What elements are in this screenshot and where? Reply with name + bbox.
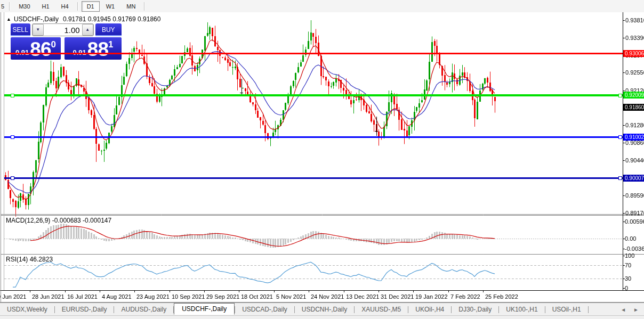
symbol-header: ▲USDCHF-,Daily0.91781 0.91945 0.91769 0.… bbox=[6, 15, 160, 23]
rsi-value: 46.2823 bbox=[30, 256, 53, 263]
hline-price-tag-0.93006: 0.93006 bbox=[623, 50, 644, 57]
clipped-timeframe-label[interactable]: 5 bbox=[0, 3, 6, 10]
macd-values: -0.000683 -0.000147 bbox=[52, 217, 111, 224]
macd-name: MACD(12,26,9) bbox=[6, 217, 50, 224]
line-handle-left-0.91002[interactable] bbox=[11, 135, 14, 139]
rsi-axis-label: 100 bbox=[625, 252, 634, 259]
price-tick-label: 0.93390 bbox=[625, 35, 644, 41]
toolbar-separator bbox=[144, 2, 145, 11]
hline-price-tag-0.92009: 0.92009 bbox=[623, 92, 644, 99]
rsi-axis-label: 30 bbox=[625, 275, 631, 282]
hline-price-tag-0.90007: 0.90007 bbox=[623, 175, 644, 182]
tab-scroll-right-button[interactable]: ► bbox=[633, 307, 639, 313]
macd-axis-label: -0.00366 bbox=[625, 246, 644, 252]
tab-usdchf-daily[interactable]: USDCHF-,Daily bbox=[174, 303, 235, 315]
line-handle-right-0.92009[interactable] bbox=[618, 94, 622, 97]
trading-platform: 5 M30H1H4D1W1MN ▲USDCHF-,Daily0.91781 0.… bbox=[0, 0, 644, 319]
line-handle-left-0.90007[interactable] bbox=[11, 176, 14, 180]
rsi-name: RSI(14) bbox=[6, 256, 28, 263]
collapse-arrow-icon[interactable]: ▲ bbox=[6, 17, 11, 22]
line-handle-right-0.90007[interactable] bbox=[618, 176, 622, 180]
buy-price-big-digits: 88 bbox=[87, 40, 108, 59]
buy-button[interactable]: BUY bbox=[95, 23, 122, 36]
tab-usdcad-daily[interactable]: USDCAD-,Daily bbox=[235, 304, 294, 315]
tab-xauusd-m5[interactable]: XAUUSD-,M5 bbox=[355, 304, 408, 315]
sell-button[interactable]: SELL bbox=[11, 23, 30, 36]
macd-axis-label: 0.005963 bbox=[625, 218, 644, 225]
tab-audusd-daily[interactable]: AUDUSD-,Daily bbox=[114, 304, 173, 315]
timeframe-toolbar: 5 M30H1H4D1W1MN bbox=[0, 0, 644, 13]
horizontal-line-0.90007[interactable] bbox=[4, 177, 623, 179]
date-axis-label: 5 Nov 2021 bbox=[276, 293, 306, 300]
tab-scroll-left-button[interactable]: ◄ bbox=[621, 307, 626, 313]
date-axis-label: 7 Feb 2022 bbox=[450, 293, 480, 300]
tab-usdcnh-daily[interactable]: USDCNH-,Daily bbox=[295, 304, 354, 315]
volume-stepper: ▼ ▲ bbox=[32, 23, 94, 36]
horizontal-line-0.92009[interactable] bbox=[4, 94, 623, 96]
macd-axis-label: 0.00 bbox=[625, 235, 636, 242]
line-handle-right-0.91002[interactable] bbox=[618, 135, 622, 139]
date-axis-label: 18 Oct 2021 bbox=[241, 293, 273, 300]
date-axis-label: 31 Dec 2021 bbox=[381, 293, 414, 300]
rsi-axis-label: 0 bbox=[625, 285, 628, 291]
current-price-tag: 0.91860 bbox=[623, 104, 644, 111]
chart-window: ▲USDCHF-,Daily0.91781 0.91945 0.91769 0.… bbox=[0, 12, 644, 302]
timeframe-button-H1[interactable]: H1 bbox=[37, 1, 55, 12]
date-axis-label: 24 Nov 2021 bbox=[311, 293, 344, 300]
volume-increase-button[interactable]: ▲ bbox=[82, 24, 93, 36]
date-axis-label: 16 Jul 2021 bbox=[67, 293, 98, 300]
horizontal-line-0.91002[interactable] bbox=[4, 136, 623, 138]
tab-separator bbox=[588, 306, 589, 313]
price-tick-label: 0.91280 bbox=[625, 122, 644, 128]
date-axis-label: 19 Jan 2022 bbox=[415, 293, 448, 300]
date-axis-label: 13 Dec 2021 bbox=[346, 293, 379, 300]
rsi-axis-label: 70 bbox=[625, 262, 631, 268]
date-axis-label: 23 Aug 2021 bbox=[136, 293, 170, 300]
price-tick-label: 0.89170 bbox=[625, 210, 644, 216]
timeframe-button-W1[interactable]: W1 bbox=[101, 1, 120, 12]
tab-uk100-h1[interactable]: UK100-,H1 bbox=[499, 304, 544, 315]
timeframe-button-H4[interactable]: H4 bbox=[56, 1, 74, 12]
sell-price-big-digits: 86 bbox=[30, 40, 51, 59]
symbol-ohlc-values: 0.91781 0.91945 0.91769 0.91860 bbox=[63, 15, 161, 23]
toolbar-separator bbox=[9, 2, 10, 11]
buy-price-display[interactable]: 0.91 88 1 bbox=[65, 37, 122, 60]
timeframe-button-D1[interactable]: D1 bbox=[82, 1, 100, 12]
chevron-down-icon: ▼ bbox=[36, 27, 40, 32]
date-axis-label: 4 Aug 2021 bbox=[102, 293, 132, 300]
chart-tab-bar: USDX,WeeklyEURUSD-,DailyAUDUSD-,DailyUSD… bbox=[0, 302, 644, 316]
tab-scroll-arrows: ◄ ► bbox=[621, 307, 639, 313]
tab-dj30-daily[interactable]: DJ30-,Daily bbox=[452, 304, 498, 315]
volume-input[interactable] bbox=[44, 24, 82, 36]
sell-price-display[interactable]: 0.91 86 0 bbox=[11, 37, 61, 60]
tab-usdx-weekly[interactable]: USDX,Weekly bbox=[0, 304, 54, 315]
hline-price-tag-0.91002: 0.91002 bbox=[623, 134, 644, 141]
date-axis-label: 9 Jun 2021 bbox=[0, 293, 26, 300]
date-axis-label: 28 Jun 2021 bbox=[32, 293, 65, 300]
date-axis-label: 25 Feb 2022 bbox=[485, 293, 518, 300]
price-tick-label: 0.89590 bbox=[625, 192, 644, 199]
price-tick-label: 0.93810 bbox=[625, 17, 644, 23]
sell-price-pipette: 0 bbox=[51, 39, 56, 50]
volume-decrease-button[interactable]: ▼ bbox=[33, 24, 44, 36]
symbol-title: USDCHF-,Daily bbox=[14, 15, 59, 23]
date-axis-label: 29 Sep 2021 bbox=[206, 293, 239, 300]
tab-usoil-h1[interactable]: USOil-,H1 bbox=[545, 304, 588, 315]
status-strip bbox=[0, 315, 644, 319]
timeframe-button-MN[interactable]: MN bbox=[121, 1, 141, 12]
price-tick-label: 0.90440 bbox=[625, 157, 644, 163]
tab-ukoil-h4[interactable]: UKOil-,H4 bbox=[408, 304, 451, 315]
tab-eurusd-daily[interactable]: EURUSD-,Daily bbox=[55, 304, 114, 315]
timeframe-button-M30[interactable]: M30 bbox=[13, 1, 35, 12]
price-tick-label: 0.92550 bbox=[625, 69, 644, 76]
date-axis-label: 10 Sep 2021 bbox=[172, 293, 205, 300]
macd-indicator-label: MACD(12,26,9) -0.000683 -0.000147 bbox=[6, 217, 111, 224]
toolbar-separator bbox=[77, 2, 78, 11]
rsi-indicator-label: RSI(14) 46.2823 bbox=[6, 256, 53, 263]
chevron-up-icon: ▲ bbox=[85, 27, 90, 32]
line-handle-left-0.92009[interactable] bbox=[11, 94, 14, 97]
horizontal-line-0.93006[interactable] bbox=[4, 53, 623, 54]
buy-price-pipette: 1 bbox=[108, 39, 113, 50]
